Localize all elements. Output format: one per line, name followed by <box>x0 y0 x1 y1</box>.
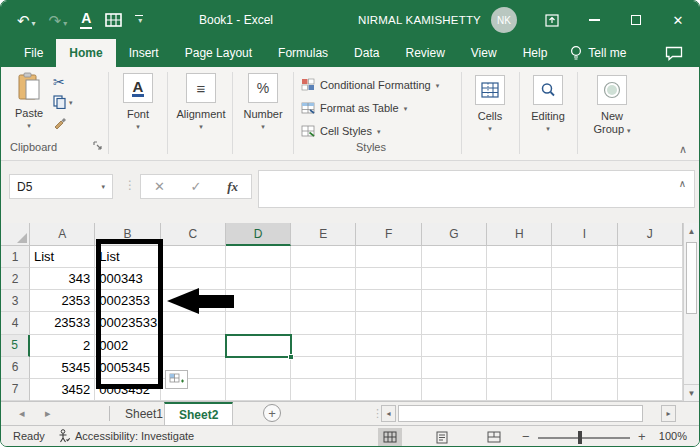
styles-item-format-as-table[interactable]: Format as Table▾ <box>301 98 407 118</box>
cell-A6[interactable]: 5345 <box>30 357 95 379</box>
cell-C5[interactable] <box>161 335 226 357</box>
cut-button[interactable]: ✂ <box>53 74 65 90</box>
styles-item-cell-styles[interactable]: Cell Styles▾ <box>301 121 380 141</box>
ribbon-display-options-button[interactable] <box>531 1 573 39</box>
insert-function-button[interactable]: fx <box>227 179 238 195</box>
auto-fill-options-button[interactable] <box>165 370 188 389</box>
cell-A5[interactable]: 2 <box>30 335 95 357</box>
new-group-button[interactable]: New Group ▾ <box>581 75 643 135</box>
cell-H5[interactable] <box>487 335 552 357</box>
zoom-slider-thumb[interactable] <box>578 431 582 444</box>
cell-J2[interactable] <box>618 268 683 290</box>
fill-handle[interactable] <box>288 354 294 360</box>
cell-G5[interactable] <box>422 335 487 357</box>
scroll-right-button[interactable]: ▸ <box>661 405 676 422</box>
cell-E4[interactable] <box>291 312 356 334</box>
name-box[interactable]: D5 ▾ <box>9 174 113 199</box>
cell-A2[interactable]: 343 <box>30 268 95 290</box>
accessibility-status[interactable]: Accessibility: Investigate <box>57 429 194 443</box>
undo-button[interactable]: ↶▾ <box>17 13 36 28</box>
row-header-4[interactable]: 4 <box>1 312 30 334</box>
format-painter-button[interactable] <box>53 116 67 132</box>
tab-page-layout[interactable]: Page Layout <box>172 39 265 67</box>
cell-A7[interactable]: 3452 <box>30 379 95 401</box>
zoom-in-button[interactable]: + <box>638 429 646 444</box>
underline-button[interactable]: A <box>80 11 92 28</box>
cell-F7[interactable] <box>356 379 421 401</box>
cell-F6[interactable] <box>356 357 421 379</box>
cell-A3[interactable]: 2353 <box>30 290 95 312</box>
vertical-scrollbar[interactable]: ▲ ▼ <box>683 223 699 401</box>
cell-C4[interactable] <box>161 312 226 334</box>
redo-button[interactable]: ↷▾ <box>49 13 68 28</box>
cell-F1[interactable] <box>356 246 421 268</box>
cell-J3[interactable] <box>618 290 683 312</box>
cell-D7[interactable] <box>226 379 291 401</box>
cell-J6[interactable] <box>618 357 683 379</box>
cell-H3[interactable] <box>487 290 552 312</box>
zoom-slider-track[interactable] <box>538 437 630 439</box>
column-header-D[interactable]: D <box>226 223 291 246</box>
font-group-button[interactable]: A Font ▾ <box>110 73 166 130</box>
cell-I5[interactable] <box>552 335 617 357</box>
cell-G3[interactable] <box>422 290 487 312</box>
row-header-5[interactable]: 5 <box>1 335 30 357</box>
cell-G1[interactable] <box>422 246 487 268</box>
styles-item-conditional-formatting[interactable]: Conditional Formatting▾ <box>301 75 439 95</box>
clipboard-dialog-launcher[interactable] <box>93 141 103 153</box>
zoom-level[interactable]: 100% <box>659 430 687 442</box>
tab-file[interactable]: File <box>11 39 56 67</box>
column-header-F[interactable]: F <box>356 223 421 246</box>
borders-button[interactable] <box>105 13 122 27</box>
column-header-G[interactable]: G <box>422 223 487 246</box>
cell-C1[interactable] <box>161 246 226 268</box>
cell-F5[interactable] <box>356 335 421 357</box>
page-break-view-button[interactable] <box>482 428 506 446</box>
select-all-button[interactable] <box>1 223 30 246</box>
close-button[interactable]: ✕ <box>657 1 699 39</box>
next-sheet-button[interactable]: ▸ <box>45 402 51 425</box>
feedback-button[interactable] <box>665 39 699 67</box>
tab-view[interactable]: View <box>458 39 510 67</box>
alignment-group-button[interactable]: ≡ Alignment ▾ <box>171 73 231 130</box>
cell-H4[interactable] <box>487 312 552 334</box>
number-group-button[interactable]: % Number ▾ <box>235 73 291 130</box>
customize-qat-button[interactable]: ▾ <box>135 15 143 26</box>
cell-I6[interactable] <box>552 357 617 379</box>
copy-button[interactable]: ▾ <box>53 95 73 109</box>
cell-E7[interactable] <box>291 379 356 401</box>
cell-J1[interactable] <box>618 246 683 268</box>
cell-E3[interactable] <box>291 290 356 312</box>
row-header-1[interactable]: 1 <box>1 246 30 268</box>
scroll-left-button[interactable]: ◂ <box>381 405 396 422</box>
tab-review[interactable]: Review <box>392 39 457 67</box>
scroll-down-button[interactable]: ▼ <box>684 384 699 401</box>
cell-D4[interactable] <box>226 312 291 334</box>
tab-help[interactable]: Help <box>510 39 561 67</box>
previous-sheet-button[interactable]: ◂ <box>19 402 25 425</box>
maximize-button[interactable] <box>615 1 657 39</box>
formula-input[interactable]: ∧ <box>258 170 695 208</box>
cell-I4[interactable] <box>552 312 617 334</box>
tab-insert[interactable]: Insert <box>116 39 172 67</box>
cell-D6[interactable] <box>226 357 291 379</box>
row-header-6[interactable]: 6 <box>1 357 30 379</box>
zoom-out-button[interactable]: − <box>522 429 530 444</box>
avatar[interactable]: NK <box>491 7 517 33</box>
row-header-7[interactable]: 7 <box>1 379 30 401</box>
cell-G2[interactable] <box>422 268 487 290</box>
user-name[interactable]: NIRMAL KAMISHETTY <box>358 14 481 26</box>
editing-group-button[interactable]: Editing ▾ <box>522 75 574 132</box>
cell-F3[interactable] <box>356 290 421 312</box>
column-header-A[interactable]: A <box>30 223 95 246</box>
row-header-2[interactable]: 2 <box>1 268 30 290</box>
cell-I2[interactable] <box>552 268 617 290</box>
expand-formula-bar-button[interactable]: ∧ <box>679 179 686 189</box>
cell-I3[interactable] <box>552 290 617 312</box>
paste-button[interactable]: Paste ▾ <box>7 72 51 129</box>
column-header-H[interactable]: H <box>487 223 552 246</box>
cell-D2[interactable] <box>226 268 291 290</box>
cell-G6[interactable] <box>422 357 487 379</box>
column-header-C[interactable]: C <box>161 223 226 246</box>
cell-A1[interactable]: List <box>30 246 95 268</box>
